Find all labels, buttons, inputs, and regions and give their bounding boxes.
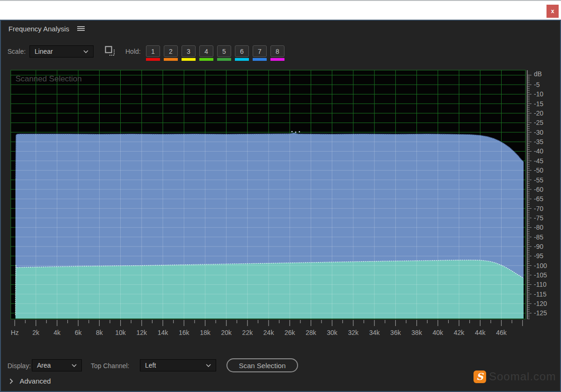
noise-dot [295,131,296,132]
top-channel-value: Left [145,362,206,369]
top-channel-dropdown[interactable]: Left [140,359,216,371]
db-tick-label: -25 [534,119,543,126]
scan-selection-button[interactable]: Scan Selection [226,358,298,372]
chart-title: Scanned Selection [15,74,82,83]
db-tick-label: -65 [534,195,543,203]
db-tick-label: -60 [534,186,543,193]
display-value: Area [37,362,72,369]
db-tick-label: -20 [534,109,543,117]
x-tick-label: 18k [200,329,211,336]
db-tick-label: -85 [534,233,543,241]
x-tick-label: 24k [263,329,275,336]
soomal-logo-icon: S [474,370,486,383]
db-tick-label: -15 [534,100,543,108]
db-tick-label: -110 [534,281,546,288]
x-tick-label: 42k [454,329,465,336]
x-tick-label: 10k [115,329,126,336]
x-tick-label: 40k [433,329,444,336]
db-tick-label: -75 [534,214,543,222]
db-axis-unit: dB [534,70,542,78]
x-tick-label: 26k [284,329,296,336]
x-tick-label: 6k [75,329,82,336]
db-tick-label: -120 [534,300,547,307]
noise-dot [299,131,300,132]
advanced-label: Advanced [20,377,51,385]
display-dropdown[interactable]: Area [32,359,82,371]
db-tick-label: -105 [534,271,547,279]
chevron-down-icon [72,364,77,367]
db-tick-label: -90 [534,243,543,250]
x-tick-label: 34k [369,329,380,336]
db-tick-label: -35 [534,138,543,145]
x-tick-label: Hz [11,329,19,336]
db-tick-label: -70 [534,205,543,212]
db-tick-label: -45 [534,157,543,165]
x-tick-label: 20k [221,329,232,336]
db-tick-label: -100 [534,262,547,269]
area-bottom-channel-right [15,260,524,319]
db-tick-label: -30 [534,129,543,136]
x-tick-label: 32k [348,329,359,336]
x-tick-label: 12k [137,329,148,336]
x-tick-label: 28k [306,329,317,336]
x-tick-label: 16k [179,329,190,336]
db-tick-label: -5 [534,81,540,88]
advanced-toggle[interactable]: Advanced [9,377,51,385]
soomal-watermark: S Soomal.com [474,370,556,383]
x-tick-label: 22k [242,329,254,336]
db-tick-label: -125 [534,309,547,317]
frequency-analysis-chart[interactable]: Scanned SelectionHz2k4k6k8k10k12k14k16k1… [0,0,561,392]
x-tick-label: 4k [54,329,61,336]
db-tick-label: -40 [534,147,543,155]
db-tick-label: -50 [534,167,543,174]
x-tick-label: 44k [475,329,486,336]
db-tick-label: -80 [534,224,543,231]
x-tick-label: 14k [158,329,169,336]
chevron-down-icon [206,364,211,367]
db-tick-label: -95 [534,252,543,260]
db-ruler-ticks [527,75,532,319]
x-tick-label: 8k [96,329,103,336]
x-axis-ticks [15,320,523,326]
soomal-text: Soomal.com [489,370,556,383]
x-tick-label: 30k [327,329,338,336]
display-label: Display: [7,362,31,370]
x-tick-label: 36k [390,329,401,336]
top-channel-label: Top Channel: [91,362,130,370]
noise-dot [291,131,292,132]
frequency-analysis-window: x Frequency Analysis Scale: Linear Hold:… [0,0,561,392]
db-tick-label: -55 [534,176,543,184]
x-tick-label: 46k [496,329,507,336]
x-tick-label: 38k [411,329,423,336]
chevron-right-icon [9,378,13,384]
db-tick-label: -115 [534,290,546,298]
db-tick-label: -10 [534,90,543,98]
x-tick-label: 2k [32,329,40,336]
